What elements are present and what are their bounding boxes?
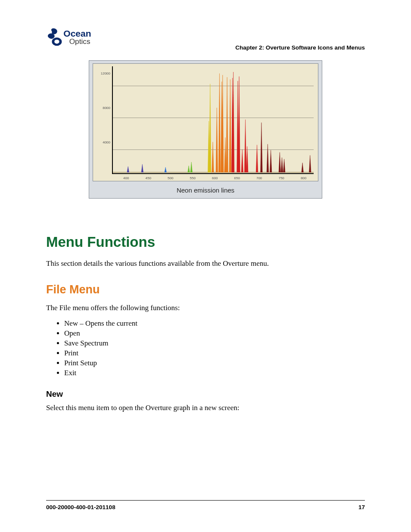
x-tick-label: 450 <box>146 176 151 180</box>
x-tick-label: 650 <box>234 176 240 180</box>
page-footer: 000-20000-400-01-201108 17 <box>46 500 365 510</box>
list-item: New – Opens the current <box>64 319 365 329</box>
subsection-heading-file-menu: File Menu <box>46 283 365 296</box>
x-axis-ticks: 400 450 500 550 600 650 700 750 800 <box>112 175 314 180</box>
spectrum-plot <box>113 66 314 173</box>
list-item: Print Setup <box>64 358 365 368</box>
y-tick-label: 4000 <box>96 140 110 144</box>
list-item: Print <box>64 348 365 358</box>
mini-heading-new: New <box>46 389 365 399</box>
x-tick-label: 550 <box>190 176 196 180</box>
footer-page-number: 17 <box>358 504 365 510</box>
list-item: Open <box>64 329 365 339</box>
svg-text:Optics: Optics <box>69 37 90 46</box>
y-tick-label: 8000 <box>96 106 110 110</box>
mini-body: Select this menu item to open the Overtu… <box>46 403 365 413</box>
svg-point-1 <box>54 40 59 44</box>
plot-area <box>112 66 314 174</box>
figure-container: 12000 8000 4000 400 450 500 550 600 650 … <box>46 60 365 199</box>
y-tick-label: 12000 <box>96 72 110 75</box>
x-tick-label: 750 <box>278 176 284 180</box>
ocean-optics-logo: Ocean Optics <box>46 26 96 51</box>
figure-caption: Neon emission lines <box>93 181 318 194</box>
x-tick-label: 500 <box>168 176 173 180</box>
subsection-intro: The File menu offers the following funct… <box>46 303 365 313</box>
section-heading-menu-functions: Menu Functions <box>46 234 365 250</box>
section-intro: This section details the various functio… <box>46 259 365 268</box>
x-tick-label: 800 <box>301 176 306 180</box>
neon-emission-figure: 12000 8000 4000 400 450 500 550 600 650 … <box>89 60 322 199</box>
page-header: Ocean Optics Chapter 2: Overture Softwar… <box>46 26 365 51</box>
footer-doc-id: 000-20000-400-01-201108 <box>46 504 115 510</box>
list-item: Save Spectrum <box>64 339 365 348</box>
x-tick-label: 700 <box>256 176 262 180</box>
list-item: Exit <box>64 368 365 378</box>
x-tick-label: 400 <box>123 176 129 180</box>
plot-panel: 12000 8000 4000 400 450 500 550 600 650 … <box>93 63 318 181</box>
chapter-title: Chapter 2: Overture Software Icons and M… <box>235 44 365 51</box>
x-tick-label: 600 <box>212 176 218 180</box>
file-menu-list: New – Opens the current Open Save Spectr… <box>56 319 365 378</box>
